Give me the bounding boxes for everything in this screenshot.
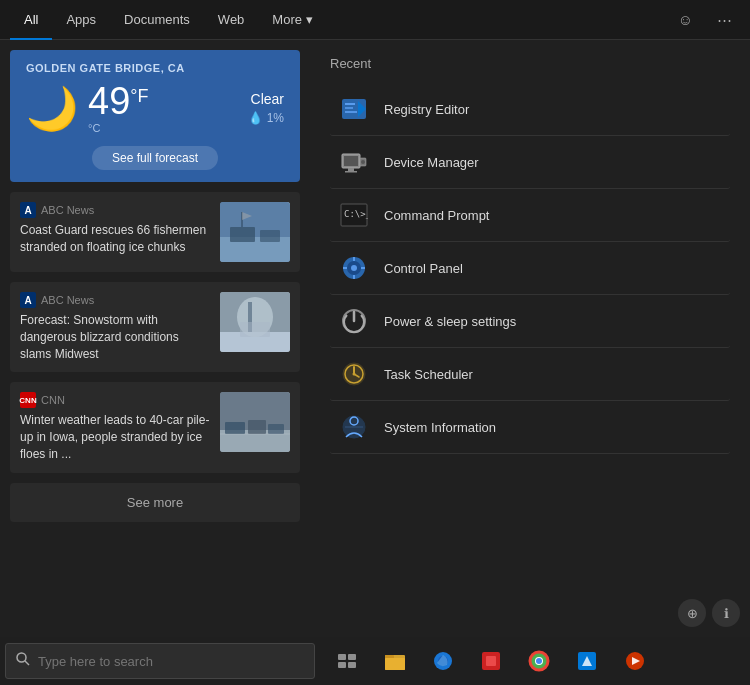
news-source-name-1: ABC News [41, 204, 94, 216]
taskbar-search-bar[interactable] [5, 643, 315, 679]
corner-info: ⊕ ℹ [678, 599, 740, 627]
news-source-1: A ABC News [20, 202, 210, 218]
left-panel: GOLDEN GATE BRIDGE, CA 🌙 49 °F °C [0, 40, 310, 637]
news-thumb-3 [220, 392, 290, 452]
recent-item-registry-editor[interactable]: Registry Editor [330, 83, 730, 136]
news-text-1: A ABC News Coast Guard rescues 66 fisher… [20, 202, 210, 256]
red-app-icon[interactable] [469, 639, 513, 683]
chrome-icon[interactable] [517, 639, 561, 683]
weather-location: GOLDEN GATE BRIDGE, CA [26, 62, 284, 74]
command-prompt-icon: C:\>_ [338, 199, 370, 231]
task-scheduler-label: Task Scheduler [384, 367, 473, 382]
weather-card[interactable]: GOLDEN GATE BRIDGE, CA 🌙 49 °F °C [10, 50, 300, 182]
news-card-1[interactable]: A ABC News Coast Guard rescues 66 fisher… [10, 192, 300, 272]
taskbar-icons [325, 639, 657, 683]
taskbar-search-icon [16, 652, 30, 670]
edge-icon[interactable] [421, 639, 465, 683]
svg-rect-49 [338, 654, 346, 660]
svg-rect-51 [338, 662, 346, 668]
main-content: GOLDEN GATE BRIDGE, CA 🌙 49 °F °C [0, 40, 750, 637]
see-more-button[interactable]: See more [10, 483, 300, 522]
svg-rect-26 [348, 168, 354, 171]
task-scheduler-icon [338, 358, 370, 390]
svg-rect-55 [385, 658, 405, 670]
weather-unit-f: °F [130, 86, 148, 107]
recent-label: Recent [330, 56, 730, 71]
weather-left: 🌙 49 °F °C [26, 82, 148, 134]
recent-item-power-sleep[interactable]: Power & sleep settings [330, 295, 730, 348]
abc-logo-1: A [20, 202, 36, 218]
abc-logo-2: A [20, 292, 36, 308]
svg-rect-3 [260, 230, 280, 242]
news-source-name-2: ABC News [41, 294, 94, 306]
control-panel-icon [338, 252, 370, 284]
nav-tabs: All Apps Documents Web More ▾ ☺ ⋯ [0, 0, 750, 40]
svg-rect-59 [486, 656, 496, 666]
taskbar [0, 637, 750, 685]
news-source-3: CNN CNN [20, 392, 210, 408]
taskbar-search-input[interactable] [38, 654, 304, 669]
blue-app-icon[interactable] [565, 639, 609, 683]
tab-all[interactable]: All [10, 0, 52, 40]
command-prompt-label: Command Prompt [384, 208, 489, 223]
info-icon[interactable]: ℹ [712, 599, 740, 627]
news-headline-2: Forecast: Snowstorm with dangerous blizz… [20, 312, 210, 362]
svg-rect-20 [345, 111, 357, 113]
news-text-2: A ABC News Forecast: Snowstorm with dang… [20, 292, 210, 362]
svg-rect-2 [230, 227, 255, 242]
system-info-icon [338, 411, 370, 443]
recent-item-system-info[interactable]: System Information [330, 401, 730, 454]
weather-icon: 🌙 [26, 84, 78, 133]
file-explorer-icon[interactable] [373, 639, 417, 683]
system-info-label: System Information [384, 420, 496, 435]
svg-rect-15 [268, 424, 284, 434]
more-options-icon[interactable]: ⋯ [709, 7, 740, 33]
tab-documents[interactable]: Documents [110, 0, 204, 40]
search-panel: All Apps Documents Web More ▾ ☺ ⋯ GOLDEN… [0, 0, 750, 637]
recent-item-task-scheduler[interactable]: Task Scheduler [330, 348, 730, 401]
weather-condition: Clear [248, 91, 284, 107]
screenshot-icon[interactable]: ⊕ [678, 599, 706, 627]
control-panel-label: Control Panel [384, 261, 463, 276]
recent-item-command-prompt[interactable]: C:\>_ Command Prompt [330, 189, 730, 242]
news-text-3: CNN CNN Winter weather leads to 40-car p… [20, 392, 210, 462]
weather-temperature: 49 [88, 82, 130, 120]
svg-point-43 [353, 373, 356, 376]
news-source-2: A ABC News [20, 292, 210, 308]
forecast-button[interactable]: See full forecast [92, 146, 218, 170]
news-card-3[interactable]: CNN CNN Winter weather leads to 40-car p… [10, 382, 300, 472]
registry-editor-label: Registry Editor [384, 102, 469, 117]
news-headline-3: Winter weather leads to 40-car pile-up i… [20, 412, 210, 462]
tab-web[interactable]: Web [204, 0, 259, 40]
svg-line-48 [25, 661, 29, 665]
recent-item-control-panel[interactable]: Control Panel [330, 242, 730, 295]
svg-point-63 [536, 658, 542, 664]
power-sleep-label: Power & sleep settings [384, 314, 516, 329]
task-view-icon[interactable] [325, 639, 369, 683]
feedback-icon[interactable]: ☺ [670, 7, 701, 33]
device-manager-label: Device Manager [384, 155, 479, 170]
media-icon[interactable] [613, 639, 657, 683]
svg-rect-50 [348, 654, 356, 660]
right-panel: Recent Registry Editor [310, 40, 750, 637]
news-headline-1: Coast Guard rescues 66 fishermen strande… [20, 222, 210, 256]
svg-point-25 [361, 160, 365, 164]
registry-editor-icon [338, 93, 370, 125]
svg-text:C:\>_: C:\>_ [344, 209, 368, 219]
news-card-2[interactable]: A ABC News Forecast: Snowstorm with dang… [10, 282, 300, 372]
tab-more[interactable]: More ▾ [258, 0, 326, 40]
cnn-logo: CNN [20, 392, 36, 408]
device-manager-icon [338, 146, 370, 178]
svg-rect-13 [225, 422, 245, 434]
weather-main: 🌙 49 °F °C Clear 💧 1% [26, 82, 284, 134]
news-source-name-3: CNN [41, 394, 65, 406]
svg-rect-10 [240, 322, 270, 337]
news-thumb-1 [220, 202, 290, 262]
tab-apps[interactable]: Apps [52, 0, 110, 40]
news-thumb-2 [220, 292, 290, 352]
weather-precipitation: 💧 1% [248, 111, 284, 125]
svg-point-32 [351, 265, 357, 271]
weather-right: Clear 💧 1% [248, 91, 284, 125]
svg-rect-27 [345, 171, 357, 173]
recent-item-device-manager[interactable]: Device Manager [330, 136, 730, 189]
